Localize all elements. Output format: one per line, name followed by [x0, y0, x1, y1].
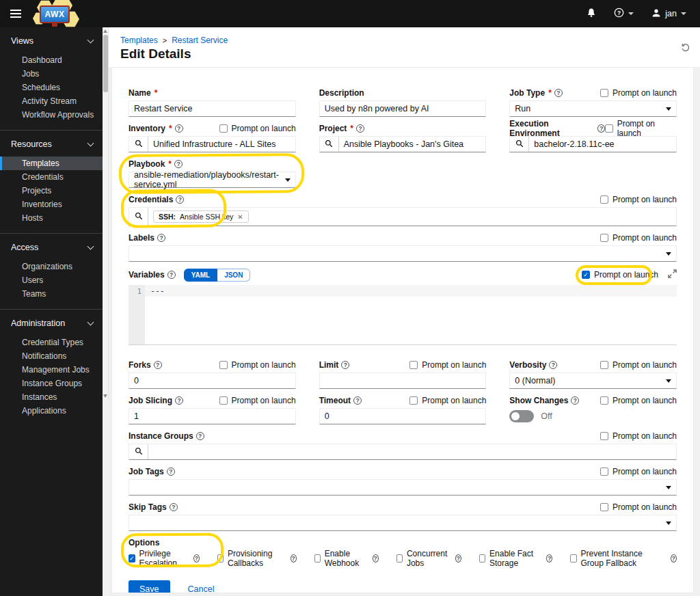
description-input[interactable]	[319, 100, 487, 117]
sidebar-section-access[interactable]: Access	[0, 234, 103, 260]
skip-tags-multiselect[interactable]	[129, 515, 677, 531]
help-icon[interactable]	[549, 361, 557, 369]
awx-logo[interactable]: AWX	[31, 0, 79, 27]
save-button[interactable]: Save	[129, 580, 170, 593]
sidebar-item-dashboard[interactable]: Dashboard	[0, 53, 103, 67]
variables-editor[interactable]: 1 ---	[129, 285, 677, 345]
provisioning-callbacks-checkbox[interactable]: Provisioning Callbacks	[217, 549, 297, 568]
sidebar-item-organizations[interactable]: Organizations	[0, 260, 103, 273]
sidebar-item-templates[interactable]: Templates	[0, 157, 103, 170]
help-icon[interactable]	[175, 124, 183, 133]
help-icon[interactable]	[167, 468, 175, 476]
prevent-instance-group-fallback-checkbox[interactable]: Prevent Instance Group Fallback	[570, 549, 677, 568]
job-type-prompt-checkbox[interactable]: Prompt on launch	[600, 88, 677, 98]
sidebar-item-inventories[interactable]: Inventories	[0, 198, 103, 211]
sidebar-item-credential-types[interactable]: Credential Types	[0, 336, 103, 349]
labels-multiselect[interactable]	[129, 245, 677, 262]
project-lookup[interactable]: Ansible Playbooks - Jan's Gitea	[319, 136, 487, 152]
job-tags-multiselect[interactable]	[129, 479, 677, 496]
help-icon[interactable]	[571, 396, 579, 405]
yaml-tab[interactable]: YAML	[184, 269, 217, 282]
breadcrumb-templates-link[interactable]: Templates	[120, 36, 158, 45]
credentials-lookup[interactable]: SSH: Ansible SSH key	[129, 207, 677, 226]
forks-input[interactable]	[129, 372, 296, 389]
forks-prompt-checkbox[interactable]: Prompt on launch	[219, 360, 296, 370]
sidebar-item-teams[interactable]: Teams	[0, 287, 103, 301]
breadcrumb-current-link[interactable]: Restart Service	[172, 36, 228, 45]
help-icon[interactable]	[373, 554, 379, 563]
help-icon[interactable]	[157, 234, 165, 242]
verbosity-prompt-checkbox[interactable]: Prompt on launch	[600, 360, 677, 370]
sidebar-item-credentials[interactable]: Credentials	[0, 170, 103, 184]
sidebar-section-resources[interactable]: Resources	[0, 131, 103, 157]
job-type-select[interactable]: Run	[509, 100, 677, 117]
help-icon[interactable]	[597, 124, 605, 133]
close-icon[interactable]	[237, 213, 243, 221]
sidebar-item-management-jobs[interactable]: Management Jobs	[0, 363, 103, 377]
json-tab[interactable]: JSON	[217, 269, 250, 282]
scroll-down-arrow[interactable]	[103, 394, 107, 398]
project-search-button[interactable]	[320, 137, 339, 152]
credentials-search-button[interactable]	[129, 208, 148, 226]
help-icon[interactable]	[554, 89, 563, 97]
instance-groups-lookup[interactable]	[129, 444, 677, 460]
history-button[interactable]	[680, 42, 690, 55]
help-icon[interactable]	[170, 503, 178, 511]
notifications-bell-button[interactable]	[587, 8, 596, 20]
user-menu-button[interactable]: jan	[651, 8, 686, 20]
sidebar-item-projects[interactable]: Projects	[0, 184, 103, 198]
sidebar-item-hosts[interactable]: Hosts	[0, 211, 103, 225]
sidebar-item-workflow-approvals[interactable]: Workflow Approvals	[0, 108, 103, 122]
help-icon[interactable]	[455, 554, 461, 563]
help-menu-button[interactable]: ?	[614, 8, 634, 20]
inventory-prompt-checkbox[interactable]: Prompt on launch	[219, 124, 296, 133]
cancel-button[interactable]: Cancel	[188, 584, 215, 593]
help-icon[interactable]	[353, 396, 362, 405]
sidebar-section-administration[interactable]: Administration	[0, 310, 103, 336]
playbook-select[interactable]: ansible-remediation/playbooks/restart-se…	[129, 172, 296, 188]
vertical-scrollbar[interactable]	[103, 27, 109, 401]
execution-environment-search-button[interactable]	[510, 137, 529, 152]
help-icon[interactable]	[154, 361, 162, 369]
help-icon[interactable]	[671, 554, 677, 563]
execution-environment-prompt-checkbox[interactable]: Prompt on launch	[605, 119, 677, 138]
scroll-up-arrow[interactable]	[103, 29, 107, 33]
concurrent-jobs-checkbox[interactable]: Concurrent Jobs	[396, 549, 461, 568]
enable-fact-storage-checkbox[interactable]: Enable Fact Storage	[479, 549, 552, 568]
job-slicing-prompt-checkbox[interactable]: Prompt on launch	[219, 396, 296, 405]
sidebar-section-views[interactable]: Views	[0, 27, 103, 53]
help-icon[interactable]	[176, 195, 184, 204]
sidebar-item-jobs[interactable]: Jobs	[0, 67, 103, 81]
name-input[interactable]	[129, 100, 296, 117]
sidebar-item-instances[interactable]: Instances	[0, 390, 103, 404]
help-icon[interactable]	[341, 361, 349, 369]
help-icon[interactable]	[175, 396, 183, 405]
sidebar-item-users[interactable]: Users	[0, 273, 103, 287]
limit-prompt-checkbox[interactable]: Prompt on launch	[409, 360, 486, 370]
privilege-escalation-checkbox[interactable]: Privilege Escalation	[129, 549, 200, 568]
credential-chip[interactable]: SSH: Ansible SSH key	[153, 211, 249, 223]
skip-tags-prompt-checkbox[interactable]: Prompt on launch	[600, 502, 677, 512]
execution-environment-lookup[interactable]: bachelor-2.18.11c-ee	[509, 136, 677, 152]
instance-groups-search-button[interactable]	[129, 444, 148, 459]
scrollbar-thumb[interactable]	[103, 35, 108, 92]
help-icon[interactable]	[167, 271, 176, 279]
help-icon[interactable]	[196, 432, 204, 440]
job-tags-prompt-checkbox[interactable]: Prompt on launch	[600, 467, 677, 476]
expand-icon[interactable]	[668, 269, 677, 281]
help-icon[interactable]	[193, 554, 200, 563]
sidebar-item-notifications[interactable]: Notifications	[0, 349, 103, 363]
help-icon[interactable]	[291, 554, 297, 563]
help-icon[interactable]	[356, 124, 364, 133]
show-changes-prompt-checkbox[interactable]: Prompt on launch	[600, 396, 677, 405]
credentials-prompt-checkbox[interactable]: Prompt on launch	[600, 195, 677, 204]
hamburger-menu-icon[interactable]	[0, 0, 31, 27]
sidebar-item-applications[interactable]: Applications	[0, 404, 103, 418]
verbosity-select[interactable]: 0 (Normal)	[509, 372, 677, 389]
timeout-prompt-checkbox[interactable]: Prompt on launch	[409, 396, 486, 405]
show-changes-toggle[interactable]	[509, 410, 534, 422]
help-icon[interactable]	[174, 160, 183, 168]
timeout-input[interactable]	[319, 408, 487, 424]
inventory-lookup[interactable]: Unified Infrastructure - ALL Sites	[129, 136, 296, 152]
sidebar-item-schedules[interactable]: Schedules	[0, 81, 103, 94]
